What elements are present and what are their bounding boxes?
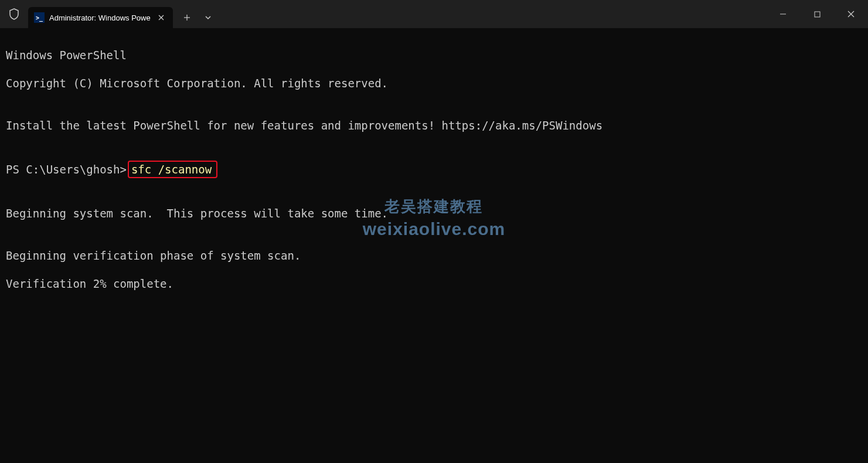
terminal-line: Verification 2% complete. (6, 277, 862, 291)
tab-active[interactable]: >_ Administrator: Windows Powe (28, 7, 173, 28)
highlighted-command: sfc /scannow (128, 161, 217, 178)
close-button[interactable] (834, 0, 868, 28)
window-controls (766, 0, 868, 28)
terminal-prompt: PS C:\Users\ghosh> (6, 162, 127, 176)
terminal-line: Install the latest PowerShell for new fe… (6, 118, 862, 132)
minimize-button[interactable] (766, 0, 800, 28)
terminal-line: Windows PowerShell (6, 48, 862, 62)
tab-dropdown-button[interactable] (198, 7, 219, 28)
titlebar: >_ Administrator: Windows Powe (0, 0, 868, 28)
tab-close-button[interactable] (155, 12, 167, 23)
terminal-prompt-line: PS C:\Users\ghosh>sfc /scannow (6, 161, 862, 178)
terminal-line: Beginning system scan. This process will… (6, 206, 862, 220)
app-shield-icon (0, 0, 28, 28)
terminal-line: Beginning verification phase of system s… (6, 248, 862, 263)
terminal-line: Copyright (C) Microsoft Corporation. All… (6, 76, 862, 90)
new-tab-button[interactable] (176, 7, 198, 28)
tab-title: Administrator: Windows Powe (49, 13, 151, 22)
terminal-content[interactable]: Windows PowerShell Copyright (C) Microso… (0, 28, 868, 311)
maximize-button[interactable] (800, 0, 834, 28)
powershell-icon: >_ (34, 12, 45, 23)
svg-rect-5 (815, 12, 820, 17)
